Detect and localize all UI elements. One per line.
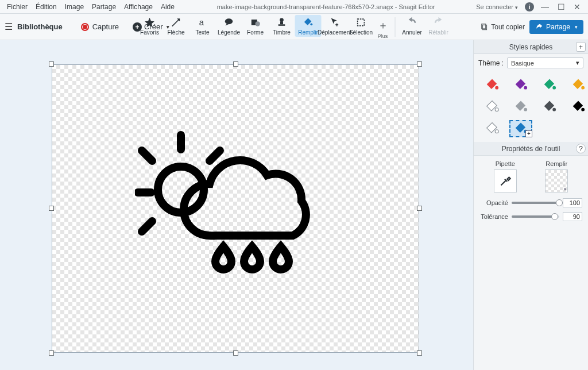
undo-icon: [407, 17, 418, 28]
window-close[interactable]: ✕: [572, 2, 582, 11]
pipette-button[interactable]: [494, 169, 517, 192]
style-swatch[interactable]: [567, 98, 588, 115]
style-swatch[interactable]: +: [509, 120, 532, 137]
menu-image[interactable]: Image: [61, 2, 87, 12]
tool-selection[interactable]: Sélection: [348, 15, 374, 37]
fill-label: Remplir: [546, 160, 567, 167]
svg-point-23: [495, 108, 498, 111]
tool-stamp[interactable]: Timbre: [269, 15, 295, 37]
stamp-icon: [276, 17, 288, 28]
svg-rect-8: [358, 19, 365, 26]
selection-handle[interactable]: [233, 350, 238, 356]
svg-point-1: [225, 18, 233, 24]
copy-all-button[interactable]: Tout copier: [481, 23, 525, 31]
library-button[interactable]: Bibliothèque: [17, 22, 63, 31]
hamburger-icon[interactable]: ☰: [5, 21, 13, 32]
right-panel: Styles rapides + Thème : Basique ▾ + Pro…: [473, 40, 588, 370]
text-icon: a: [197, 17, 208, 28]
tolerance-label: Tolérance: [479, 213, 508, 220]
selection-handle[interactable]: [417, 206, 422, 211]
copy-all-label: Tout copier: [491, 23, 525, 31]
shape-icon: [250, 17, 261, 28]
signin-link[interactable]: Se connecter: [476, 3, 518, 10]
tool-shape[interactable]: Forme: [242, 15, 269, 37]
info-icon[interactable]: i: [525, 2, 534, 11]
tool-selection-label: Sélection: [349, 29, 373, 36]
canvas-area[interactable]: [0, 40, 473, 370]
svg-point-24: [524, 108, 527, 111]
chevron-down-icon: ▾: [576, 59, 579, 67]
weather-sun-cloud-rain-icon: [135, 126, 319, 287]
theme-label: Thème :: [478, 59, 504, 67]
svg-line-13: [142, 151, 152, 161]
svg-point-26: [581, 108, 585, 111]
tool-move-label: Déplacement: [318, 29, 351, 36]
tool-props-title: Propriétés de l'outil: [502, 145, 560, 153]
tool-stamp-label: Timbre: [273, 29, 291, 36]
selection-handle[interactable]: [417, 350, 422, 356]
menu-edit[interactable]: Édition: [32, 2, 60, 12]
svg-point-21: [552, 86, 556, 90]
tool-favorites[interactable]: Favoris: [137, 15, 163, 37]
tool-callout-label: Légende: [218, 29, 240, 36]
styles-header: Styles rapides +: [474, 40, 588, 54]
svg-point-25: [552, 108, 556, 111]
share-button[interactable]: Partage: [529, 20, 583, 34]
tool-text-label: Texte: [196, 29, 210, 36]
undo-button[interactable]: Annuler: [399, 15, 425, 37]
menu-file[interactable]: Fichier: [3, 2, 31, 12]
svg-point-22: [581, 86, 585, 90]
svg-line-16: [210, 151, 220, 161]
redo-icon: [433, 17, 444, 28]
styles-title: Styles rapides: [509, 43, 552, 51]
fill-color-swatch[interactable]: ▾: [545, 169, 568, 192]
window-minimize[interactable]: —: [540, 2, 550, 11]
redo-button[interactable]: Rétablir: [425, 15, 452, 37]
copy-icon: [481, 23, 489, 31]
style-swatch-grid: +: [474, 72, 588, 142]
opacity-value[interactable]: 100: [563, 198, 582, 207]
arrow-icon: [171, 17, 182, 28]
tool-favorites-label: Favoris: [140, 29, 159, 36]
move-icon: [329, 17, 341, 28]
tolerance-slider[interactable]: [512, 215, 559, 218]
selection-handle[interactable]: [233, 61, 238, 67]
tool-arrow-label: Flèche: [167, 29, 184, 36]
selection-handle[interactable]: [49, 350, 54, 356]
help-button[interactable]: ?: [576, 144, 586, 153]
style-swatch[interactable]: [481, 120, 504, 137]
tool-move[interactable]: Déplacement: [322, 15, 348, 37]
svg-point-7: [310, 23, 312, 25]
menu-view[interactable]: Affichage: [121, 2, 156, 12]
menu-help[interactable]: Aide: [157, 2, 178, 12]
share-label: Partage: [546, 23, 570, 31]
tool-arrow[interactable]: Flèche: [163, 15, 189, 37]
style-swatch[interactable]: [509, 76, 532, 94]
window-maximize[interactable]: ☐: [556, 2, 566, 11]
style-swatch[interactable]: [509, 98, 532, 115]
tool-props-header: Propriétés de l'outil ?: [474, 142, 588, 156]
svg-text:a: a: [199, 17, 204, 27]
style-swatch[interactable]: [538, 98, 561, 115]
svg-rect-4: [278, 24, 285, 26]
tool-text[interactable]: a Texte: [189, 15, 216, 37]
tool-shape-label: Forme: [247, 29, 264, 36]
style-swatch[interactable]: [481, 98, 504, 115]
opacity-slider[interactable]: [512, 202, 559, 204]
capture-button[interactable]: Capture: [81, 22, 119, 31]
selection-handle[interactable]: [49, 61, 54, 67]
style-swatch[interactable]: [567, 76, 588, 94]
tool-callout[interactable]: Légende: [216, 15, 242, 37]
tool-more[interactable]: ＋ Plus: [374, 15, 392, 39]
eyedropper-icon: [498, 174, 513, 188]
style-swatch[interactable]: [481, 76, 504, 94]
svg-point-3: [256, 21, 260, 26]
style-swatch[interactable]: [538, 76, 561, 94]
svg-point-19: [495, 86, 498, 90]
selection-handle[interactable]: [49, 206, 54, 211]
selection-handle[interactable]: [417, 61, 422, 67]
tolerance-value[interactable]: 90: [563, 212, 582, 221]
menu-share[interactable]: Partage: [88, 2, 119, 12]
theme-select[interactable]: Basique ▾: [507, 57, 583, 68]
add-style-button[interactable]: +: [576, 42, 586, 52]
